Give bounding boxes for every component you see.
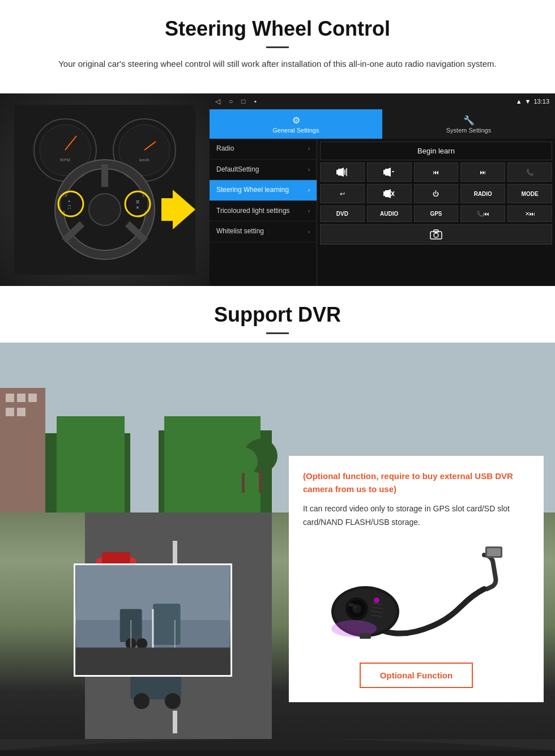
vol-up-button[interactable]: + (320, 163, 365, 182)
steering-wheel-svg: RPM km/h + 🎵 ☰ ✕ (14, 105, 195, 275)
back-button[interactable]: ↩ (320, 184, 365, 203)
section1-steering-wheel: Steering Wheel Control Your original car… (0, 0, 555, 93)
svg-rect-85 (487, 548, 501, 556)
phone-prev-button[interactable]: 📞⏮ (460, 206, 505, 222)
radio-button[interactable]: RADIO (460, 184, 505, 203)
svg-point-65 (165, 693, 181, 709)
menu-item-steering-learning[interactable]: Steering Wheel learning › (210, 180, 317, 201)
tab-system-settings[interactable]: 🔧 System Settings (382, 109, 555, 139)
svg-point-92 (374, 597, 379, 603)
svg-point-14 (89, 194, 121, 225)
nav-home-icon[interactable]: ○ (229, 97, 233, 105)
tab-general-settings[interactable]: ⚙ General Settings (210, 109, 382, 139)
svg-rect-24 (336, 170, 338, 174)
status-icons: ▲ ▼ 13:13 (516, 98, 549, 105)
audio-button[interactable]: AUDIO (367, 206, 412, 222)
title-divider (266, 46, 289, 48)
gps-button[interactable]: GPS (414, 206, 459, 222)
wifi-icon: ▼ (525, 98, 531, 105)
menu-item-tricoloured[interactable]: Tricoloured light settings › (210, 201, 317, 222)
next-track-button[interactable]: ⏭ (460, 163, 505, 182)
chevron-right-icon2: › (308, 166, 310, 173)
dvr-content: (Optional function, require to buy exter… (0, 343, 555, 756)
svg-rect-69 (259, 470, 262, 493)
dvr-description: It can record video only to storage in G… (303, 502, 530, 529)
nav-recent-icon[interactable]: □ (241, 97, 245, 105)
section1-description: Your original car's steering wheel contr… (34, 57, 521, 71)
svg-rect-45 (17, 408, 25, 416)
signal-icon: ▲ (516, 98, 522, 105)
dvr-device-svg (326, 544, 507, 646)
svg-rect-29 (383, 170, 385, 174)
nav-menu-icon[interactable]: ▪ (254, 97, 257, 105)
dvr-device-image (303, 538, 530, 651)
svg-text:+: + (68, 199, 71, 204)
chevron-right-icon3: › (308, 187, 310, 193)
svg-rect-40 (0, 388, 45, 512)
steering-wheel-photo: RPM km/h + 🎵 ☰ ✕ (0, 93, 210, 286)
dvd-button[interactable]: DVD (320, 206, 365, 222)
camera-button[interactable] (320, 224, 552, 245)
svg-text:🎵: 🎵 (67, 204, 72, 210)
power-button[interactable]: ⏻ (414, 184, 459, 203)
begin-learn-button[interactable]: Begin learn (320, 142, 552, 160)
svg-text:+: + (343, 169, 346, 174)
vol-down-button[interactable] (367, 163, 412, 182)
phone-button[interactable]: 📞 (507, 163, 552, 182)
section2-header: Support DVR (0, 286, 555, 343)
optional-function-button[interactable]: Optional Function (360, 663, 473, 688)
menu-radio-label: Radio (216, 144, 234, 153)
dvr-title: Support DVR (23, 303, 532, 327)
gear-icon: ⚙ (292, 115, 300, 126)
dvr-optional-text: (Optional function, require to buy exter… (303, 470, 530, 496)
menu-list: Radio › DefaultSetting › Steering Wheel … (210, 139, 317, 286)
mute-next-button[interactable]: ✕⏭ (507, 206, 552, 222)
android-statusbar: ◁ ○ □ ▪ ▲ ▼ 13:13 (210, 93, 555, 109)
page-title: Steering Wheel Control (23, 17, 532, 41)
tab-general-label: General Settings (273, 127, 319, 134)
menu-tricoloured-label: Tricoloured light settings (216, 207, 290, 216)
svg-rect-73 (0, 750, 555, 756)
svg-rect-94 (360, 633, 371, 639)
svg-rect-47 (57, 416, 125, 512)
menu-item-radio[interactable]: Radio › (210, 139, 317, 160)
control-row-2: ↩ ⏻ RADIO MODE (320, 184, 552, 203)
menu-item-whitelist[interactable]: Whitelist setting › (210, 221, 317, 242)
chevron-right-icon5: › (308, 229, 310, 235)
android-content: Radio › DefaultSetting › Steering Wheel … (210, 139, 555, 286)
svg-rect-43 (28, 394, 37, 402)
control-row-4 (320, 224, 552, 245)
svg-text:km/h: km/h (139, 157, 149, 163)
svg-text:RPM: RPM (60, 157, 70, 163)
svg-text:☰: ☰ (136, 200, 139, 204)
svg-marker-33 (385, 189, 391, 198)
thumbnail-content-svg (75, 565, 230, 675)
dvr-thumbnail (74, 563, 232, 677)
svg-rect-44 (6, 408, 14, 416)
svg-rect-38 (434, 230, 438, 232)
prev-track-button[interactable]: ⏮ (414, 163, 459, 182)
menu-item-defaultsetting[interactable]: DefaultSetting › (210, 160, 317, 181)
menu-default-label: DefaultSetting (216, 165, 259, 174)
mode-button[interactable]: MODE (507, 184, 552, 203)
dvr-info-card: (Optional function, require to buy exter… (289, 456, 544, 702)
svg-rect-71 (242, 473, 245, 493)
menu-steering-label: Steering Wheel learning (216, 186, 289, 195)
chevron-right-icon: › (308, 146, 310, 152)
menu-whitelist-label: Whitelist setting (216, 227, 264, 236)
svg-rect-51 (173, 541, 177, 563)
dvr-title-divider (266, 332, 289, 334)
svg-rect-77 (153, 604, 181, 645)
nav-icons: ◁ ○ □ ▪ (215, 97, 257, 105)
mute-button[interactable] (367, 184, 412, 203)
section2-dvr: Support DVR (0, 286, 555, 756)
svg-rect-32 (383, 191, 385, 196)
control-row-3: DVD AUDIO GPS 📞⏮ ✕⏭ (320, 206, 552, 222)
svg-rect-80 (76, 648, 230, 676)
svg-point-99 (348, 603, 354, 606)
svg-rect-41 (6, 394, 14, 402)
wrench-icon: 🔧 (463, 115, 475, 126)
control-panel: Begin learn + ⏮ ⏭ 📞 ↩ (317, 139, 555, 286)
svg-point-70 (229, 447, 258, 476)
nav-back-icon[interactable]: ◁ (215, 97, 220, 105)
